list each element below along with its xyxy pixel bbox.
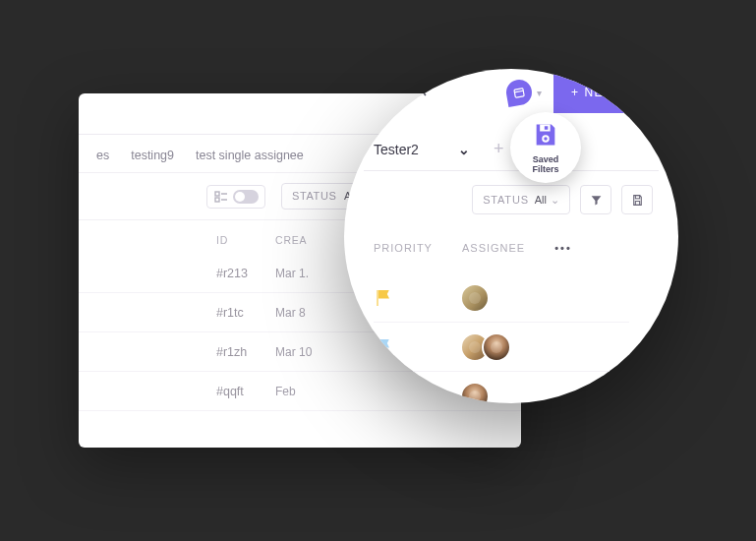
saved-filters-button[interactable]: [621, 185, 653, 214]
list-view-icon: [213, 190, 229, 204]
saved-filters-callout[interactable]: SavedFilters: [510, 112, 581, 183]
chevron-down-icon: ⌄: [458, 142, 470, 157]
more-columns-button[interactable]: •••: [554, 242, 572, 254]
column-assignee: ASSIGNEE: [462, 242, 525, 254]
save-icon: [532, 121, 559, 152]
chevron-down-icon[interactable]: ▾: [537, 88, 542, 98]
search-icon[interactable]: [411, 81, 429, 102]
cell-id: #r213: [216, 267, 275, 280]
chevron-down-icon: ⌄: [551, 194, 559, 207]
project-dropdown[interactable]: Tester2 ⌄: [374, 142, 470, 157]
cell-created: Feb: [275, 385, 334, 398]
avatar[interactable]: [482, 332, 511, 362]
cell-id: #r1tc: [216, 306, 275, 320]
zoom-header: ▾ + NEW TASK: [506, 69, 678, 116]
svg-rect-6: [215, 192, 219, 196]
layout-toggle[interactable]: [206, 185, 265, 209]
svg-line-11: [422, 91, 426, 95]
svg-rect-17: [545, 126, 549, 130]
svg-point-19: [544, 137, 548, 141]
column-created: CREA: [275, 234, 334, 246]
calendar-swoosh-icon[interactable]: [504, 78, 534, 107]
table-row[interactable]: [374, 273, 629, 323]
zoom-table-header: PRIORITY ASSIGNEE •••: [374, 242, 572, 254]
add-tab-button[interactable]: +: [494, 139, 504, 159]
svg-point-10: [414, 84, 424, 93]
column-id: ID: [216, 234, 275, 246]
cell-id: #r1zh: [216, 345, 275, 359]
toggle-switch[interactable]: [233, 190, 259, 204]
svg-rect-15: [635, 201, 639, 205]
filter-tab[interactable]: testing9: [131, 149, 174, 162]
zoom-lens: ▾ + NEW TASK Tester2 ⌄ + STATUS All ⌄: [344, 69, 678, 403]
cell-id: #qqft: [216, 385, 275, 398]
assignee-group[interactable]: [460, 283, 490, 313]
status-label: STATUS: [292, 190, 336, 202]
cell-created: Mar 8: [275, 306, 334, 320]
svg-rect-7: [215, 198, 219, 202]
status-filter[interactable]: STATUS All ⌄: [472, 185, 570, 214]
status-value: All: [535, 194, 547, 206]
column-priority: PRIORITY: [374, 242, 433, 254]
avatar[interactable]: [460, 283, 490, 313]
filter-button[interactable]: [580, 185, 611, 214]
new-task-button[interactable]: + NEW TASK: [553, 72, 678, 113]
cell-created: Mar 10: [275, 345, 334, 359]
assignee-group[interactable]: [460, 332, 511, 362]
filter-tab[interactable]: test single assignee: [196, 149, 304, 162]
svg-rect-12: [514, 89, 524, 97]
priority-flag-icon[interactable]: [374, 289, 391, 307]
callout-label: SavedFilters: [532, 155, 558, 175]
filter-tab[interactable]: es: [96, 149, 109, 162]
svg-rect-14: [635, 195, 639, 198]
filter-controls: STATUS All ⌄: [472, 185, 653, 214]
table-row[interactable]: [374, 323, 629, 372]
project-name: Tester2: [374, 142, 419, 157]
status-label: STATUS: [483, 194, 529, 206]
svg-line-13: [514, 90, 523, 92]
cell-created: Mar 1.: [275, 267, 334, 280]
